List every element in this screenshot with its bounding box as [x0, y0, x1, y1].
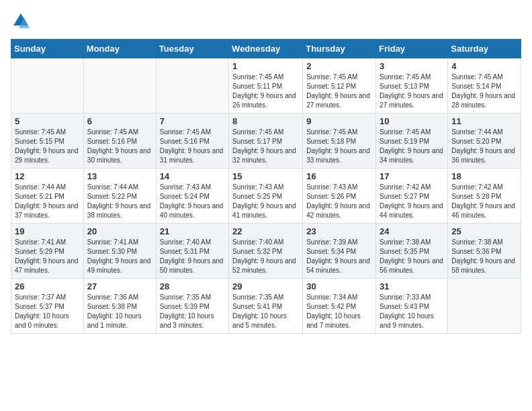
day-number: 28: [160, 281, 225, 291]
day-number: 21: [160, 226, 225, 236]
calendar-week-row: 1Sunrise: 7:45 AM Sunset: 5:11 PM Daylig…: [11, 58, 521, 113]
day-number: 1: [232, 61, 299, 71]
day-number: 7: [160, 116, 225, 126]
day-header-wednesday: Wednesday: [229, 40, 303, 58]
day-info: Sunrise: 7:41 AM Sunset: 5:29 PM Dayligh…: [15, 238, 80, 275]
calendar-day-19: 19Sunrise: 7:41 AM Sunset: 5:29 PM Dayli…: [11, 224, 84, 279]
calendar-day-18: 18Sunrise: 7:42 AM Sunset: 5:28 PM Dayli…: [448, 169, 521, 224]
calendar-day-17: 17Sunrise: 7:42 AM Sunset: 5:27 PM Dayli…: [376, 169, 448, 224]
day-number: 22: [232, 226, 299, 236]
day-number: 12: [15, 171, 80, 181]
day-number: 19: [15, 226, 80, 236]
day-number: 24: [380, 226, 444, 236]
logo: [11, 11, 32, 31]
day-info: Sunrise: 7:44 AM Sunset: 5:20 PM Dayligh…: [451, 128, 517, 165]
calendar-empty-cell: [156, 58, 228, 113]
day-number: 14: [160, 171, 225, 181]
day-number: 16: [306, 171, 372, 181]
day-info: Sunrise: 7:34 AM Sunset: 5:42 PM Dayligh…: [306, 293, 372, 330]
calendar-week-row: 12Sunrise: 7:44 AM Sunset: 5:21 PM Dayli…: [11, 169, 521, 224]
logo-icon: [11, 11, 31, 31]
calendar-day-5: 5Sunrise: 7:45 AM Sunset: 5:15 PM Daylig…: [11, 113, 84, 169]
day-number: 13: [87, 171, 152, 181]
day-info: Sunrise: 7:43 AM Sunset: 5:24 PM Dayligh…: [160, 183, 225, 220]
day-header-monday: Monday: [83, 40, 156, 58]
day-info: Sunrise: 7:45 AM Sunset: 5:19 PM Dayligh…: [380, 128, 444, 165]
day-number: 9: [306, 116, 372, 126]
day-number: 23: [306, 226, 372, 236]
day-info: Sunrise: 7:43 AM Sunset: 5:25 PM Dayligh…: [232, 183, 299, 220]
day-info: Sunrise: 7:45 AM Sunset: 5:14 PM Dayligh…: [451, 73, 517, 110]
day-info: Sunrise: 7:42 AM Sunset: 5:28 PM Dayligh…: [451, 183, 517, 220]
calendar-day-15: 15Sunrise: 7:43 AM Sunset: 5:25 PM Dayli…: [229, 169, 303, 224]
calendar-day-10: 10Sunrise: 7:45 AM Sunset: 5:19 PM Dayli…: [376, 113, 448, 169]
calendar-week-row: 26Sunrise: 7:37 AM Sunset: 5:37 PM Dayli…: [11, 279, 521, 334]
day-info: Sunrise: 7:45 AM Sunset: 5:15 PM Dayligh…: [15, 128, 80, 165]
day-info: Sunrise: 7:45 AM Sunset: 5:12 PM Dayligh…: [306, 73, 372, 110]
calendar-day-14: 14Sunrise: 7:43 AM Sunset: 5:24 PM Dayli…: [156, 169, 228, 224]
calendar-day-26: 26Sunrise: 7:37 AM Sunset: 5:37 PM Dayli…: [11, 279, 84, 334]
day-number: 30: [306, 281, 372, 291]
day-info: Sunrise: 7:45 AM Sunset: 5:11 PM Dayligh…: [232, 73, 299, 110]
calendar-day-22: 22Sunrise: 7:40 AM Sunset: 5:32 PM Dayli…: [229, 224, 303, 279]
day-info: Sunrise: 7:35 AM Sunset: 5:39 PM Dayligh…: [160, 293, 225, 330]
calendar-day-24: 24Sunrise: 7:38 AM Sunset: 5:35 PM Dayli…: [376, 224, 448, 279]
day-header-thursday: Thursday: [303, 40, 376, 58]
calendar-day-2: 2Sunrise: 7:45 AM Sunset: 5:12 PM Daylig…: [303, 58, 376, 113]
calendar-table: SundayMondayTuesdayWednesdayThursdayFrid…: [11, 39, 521, 334]
day-header-friday: Friday: [376, 40, 448, 58]
calendar-empty-cell: [83, 58, 156, 113]
day-info: Sunrise: 7:45 AM Sunset: 5:16 PM Dayligh…: [160, 128, 225, 165]
day-info: Sunrise: 7:35 AM Sunset: 5:41 PM Dayligh…: [232, 293, 299, 330]
day-header-sunday: Sunday: [11, 40, 84, 58]
day-info: Sunrise: 7:38 AM Sunset: 5:36 PM Dayligh…: [451, 238, 517, 275]
day-number: 6: [87, 116, 152, 126]
calendar-day-29: 29Sunrise: 7:35 AM Sunset: 5:41 PM Dayli…: [229, 279, 303, 334]
day-number: 11: [451, 116, 517, 126]
day-info: Sunrise: 7:45 AM Sunset: 5:17 PM Dayligh…: [232, 128, 299, 165]
day-number: 4: [451, 61, 517, 71]
calendar-empty-cell: [11, 58, 84, 113]
day-header-saturday: Saturday: [448, 40, 521, 58]
calendar-day-30: 30Sunrise: 7:34 AM Sunset: 5:42 PM Dayli…: [303, 279, 376, 334]
day-number: 15: [232, 171, 299, 181]
day-number: 31: [380, 281, 444, 291]
calendar-day-6: 6Sunrise: 7:45 AM Sunset: 5:16 PM Daylig…: [83, 113, 156, 169]
calendar-day-25: 25Sunrise: 7:38 AM Sunset: 5:36 PM Dayli…: [448, 224, 521, 279]
day-info: Sunrise: 7:42 AM Sunset: 5:27 PM Dayligh…: [380, 183, 444, 220]
day-info: Sunrise: 7:41 AM Sunset: 5:30 PM Dayligh…: [87, 238, 152, 275]
calendar-day-27: 27Sunrise: 7:36 AM Sunset: 5:38 PM Dayli…: [83, 279, 156, 334]
day-info: Sunrise: 7:44 AM Sunset: 5:21 PM Dayligh…: [15, 183, 80, 220]
day-info: Sunrise: 7:36 AM Sunset: 5:38 PM Dayligh…: [87, 293, 152, 330]
calendar-week-row: 5Sunrise: 7:45 AM Sunset: 5:15 PM Daylig…: [11, 113, 521, 169]
calendar-header-row: SundayMondayTuesdayWednesdayThursdayFrid…: [11, 40, 521, 58]
day-number: 5: [15, 116, 80, 126]
calendar-day-20: 20Sunrise: 7:41 AM Sunset: 5:30 PM Dayli…: [83, 224, 156, 279]
day-info: Sunrise: 7:40 AM Sunset: 5:31 PM Dayligh…: [160, 238, 225, 275]
day-number: 2: [306, 61, 372, 71]
day-number: 8: [232, 116, 299, 126]
calendar-day-31: 31Sunrise: 7:33 AM Sunset: 5:43 PM Dayli…: [376, 279, 448, 334]
day-info: Sunrise: 7:45 AM Sunset: 5:16 PM Dayligh…: [87, 128, 152, 165]
day-number: 26: [15, 281, 80, 291]
day-info: Sunrise: 7:39 AM Sunset: 5:34 PM Dayligh…: [306, 238, 372, 275]
day-number: 17: [380, 171, 444, 181]
page-header: [11, 11, 521, 31]
day-number: 27: [87, 281, 152, 291]
calendar-day-12: 12Sunrise: 7:44 AM Sunset: 5:21 PM Dayli…: [11, 169, 84, 224]
day-info: Sunrise: 7:44 AM Sunset: 5:22 PM Dayligh…: [87, 183, 152, 220]
day-info: Sunrise: 7:37 AM Sunset: 5:37 PM Dayligh…: [15, 293, 80, 330]
calendar-day-11: 11Sunrise: 7:44 AM Sunset: 5:20 PM Dayli…: [448, 113, 521, 169]
day-header-tuesday: Tuesday: [156, 40, 228, 58]
calendar-day-7: 7Sunrise: 7:45 AM Sunset: 5:16 PM Daylig…: [156, 113, 228, 169]
day-info: Sunrise: 7:45 AM Sunset: 5:13 PM Dayligh…: [380, 73, 444, 110]
calendar-day-28: 28Sunrise: 7:35 AM Sunset: 5:39 PM Dayli…: [156, 279, 228, 334]
day-number: 10: [380, 116, 444, 126]
day-info: Sunrise: 7:40 AM Sunset: 5:32 PM Dayligh…: [232, 238, 299, 275]
calendar-day-23: 23Sunrise: 7:39 AM Sunset: 5:34 PM Dayli…: [303, 224, 376, 279]
calendar-day-21: 21Sunrise: 7:40 AM Sunset: 5:31 PM Dayli…: [156, 224, 228, 279]
day-info: Sunrise: 7:45 AM Sunset: 5:18 PM Dayligh…: [306, 128, 372, 165]
calendar-empty-cell: [448, 279, 521, 334]
calendar-day-8: 8Sunrise: 7:45 AM Sunset: 5:17 PM Daylig…: [229, 113, 303, 169]
calendar-week-row: 19Sunrise: 7:41 AM Sunset: 5:29 PM Dayli…: [11, 224, 521, 279]
